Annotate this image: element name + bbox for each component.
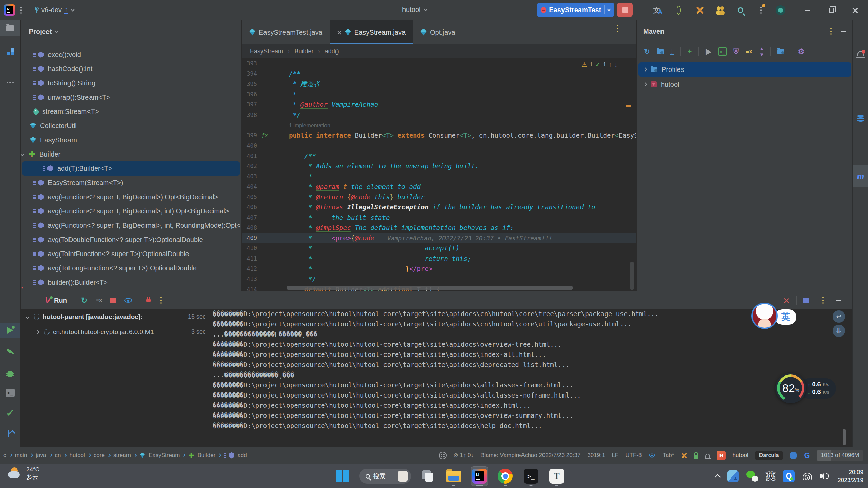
ime-language-pill[interactable]: 英 [775, 309, 796, 325]
project-selector[interactable]: hutool [402, 6, 427, 14]
ime-avatar-overlay[interactable] [751, 303, 778, 329]
status-breadcrumb-item[interactable]: Builder [183, 452, 215, 459]
project-tree-item[interactable]: EasyStream(Stream<T>) [21, 176, 241, 190]
minimize-button[interactable] [802, 5, 813, 16]
error-stripe-mark[interactable] [626, 105, 631, 107]
task-view-button[interactable] [419, 465, 437, 487]
next-issue-icon[interactable]: ↓ [614, 61, 617, 68]
breadcrumb-item[interactable]: Builder [294, 48, 313, 55]
status-breadcrumb-item[interactable]: stream [108, 452, 131, 459]
project-panel-header[interactable]: Project [21, 20, 241, 43]
chrome-taskbar-button[interactable] [496, 465, 514, 487]
status-breadcrumb-item[interactable]: main [9, 452, 27, 459]
ime-indicator[interactable]: 英 [766, 470, 775, 482]
chevron-down-icon[interactable] [25, 315, 29, 319]
git-branch-widget[interactable]: v6-dev ↑ [34, 6, 74, 14]
run-tool-button[interactable] [0, 323, 20, 338]
code-editor[interactable]: 393394/**395 * 建造者396 *397 * @author Vam… [242, 58, 636, 291]
toggle-skip-tests-icon[interactable]: ⛨ [734, 47, 739, 56]
status-breadcrumb-item[interactable]: java [30, 452, 46, 459]
hide-run-panel-button[interactable] [836, 291, 841, 309]
status-breadcrumb-item[interactable]: hutool [64, 452, 85, 459]
users-icon[interactable] [714, 5, 726, 16]
volume-icon[interactable] [820, 472, 830, 480]
maven-tree-item[interactable]: hutool [638, 77, 851, 92]
caret-position[interactable]: 3019:1 [587, 452, 605, 459]
maven-terminal-icon[interactable]: >_ [718, 47, 727, 56]
project-tree-item[interactable]: add(T):Builder<T> [22, 161, 240, 176]
close-run-panel-button[interactable] [784, 291, 789, 309]
status-breadcrumb-item[interactable]: EasyStream [134, 452, 180, 459]
breadcrumb-item[interactable]: EasyStream [250, 48, 283, 55]
project-tree-item[interactable]: builder():Builder<T> [21, 275, 241, 289]
scroll-to-end-button[interactable]: ⇊ [833, 325, 845, 337]
weather-widget[interactable]: 24°C 多云 [7, 466, 39, 481]
stop-button[interactable] [617, 3, 633, 17]
git-tool-button[interactable] [0, 426, 20, 441]
project-tree-item[interactable]: hashCode():int [21, 62, 241, 76]
inspection-widget[interactable]: ⚠ 1 ✓ 1 ↑ ↓ [581, 61, 617, 68]
search-icon[interactable] [735, 5, 746, 16]
more-menu-icon[interactable] [755, 5, 767, 16]
main-menu-icon[interactable] [20, 9, 22, 11]
close-button[interactable] [849, 5, 861, 16]
project-tree-item[interactable]: avg(ToDoubleFunction<? super T>):Optiona… [21, 232, 241, 247]
project-tree-item[interactable]: Builder [21, 147, 241, 161]
tools-icon[interactable] [694, 5, 706, 16]
wifi-icon[interactable] [802, 472, 812, 480]
start-button[interactable] [334, 465, 351, 487]
implementation-inlay-hint[interactable]: 1 implementation [289, 123, 330, 128]
terminal-tool-button[interactable]: >_ [0, 385, 20, 401]
reader-mode-icon[interactable] [649, 453, 655, 457]
more-tools-button[interactable] [0, 75, 20, 90]
memory-indicator[interactable]: 1013 of 4096M [817, 450, 863, 461]
project-tree-item[interactable]: unwrap():Stream<T> [21, 90, 241, 104]
photos-tray-icon[interactable] [727, 470, 739, 482]
commit-checks-button[interactable]: ✓ [0, 405, 20, 421]
qq-tray-icon[interactable]: Q [783, 470, 795, 482]
app-logo-icon[interactable]: IJ [4, 4, 15, 16]
restore-button[interactable] [826, 5, 837, 16]
reload-all-icon[interactable] [657, 49, 664, 54]
translate-icon[interactable]: 文A [652, 5, 664, 16]
tray-expand-icon[interactable] [715, 474, 721, 480]
chevron-right-icon[interactable] [643, 67, 647, 71]
reload-maven-icon[interactable]: ↻ [644, 47, 650, 56]
download-sources-icon[interactable]: ↓ [670, 48, 674, 55]
file-encoding[interactable]: UTF-8 [625, 452, 642, 459]
file-explorer-button[interactable] [445, 465, 462, 487]
run-configuration-button[interactable]: EasyStreamTest [537, 3, 614, 17]
project-tree-item[interactable]: CollectorUtil [21, 119, 241, 133]
run-tree-item[interactable]: hutool-parent [javadoc:javadoc]:16 sec [21, 309, 211, 324]
editor-tab[interactable]: EasyStream.java [330, 20, 413, 44]
project-tree-item[interactable]: avg(Function<? super T, BigDecimal>, int… [21, 204, 241, 218]
project-tree-item[interactable]: avg(ToIntFunction<? super T>):OptionalDo… [21, 247, 241, 261]
lock-icon[interactable] [694, 455, 698, 459]
project-tree-item[interactable]: toString():String [21, 76, 241, 90]
maven-tool-button[interactable]: m [853, 165, 868, 187]
editor-vertical-scrollbar[interactable] [630, 262, 634, 290]
project-tree-item[interactable]: avg(Function<? super T, BigDecimal>, int… [21, 218, 241, 232]
notifications-button[interactable] [853, 44, 868, 63]
skip-tests-button[interactable]: ≡x [96, 291, 102, 309]
code-with-me-icon[interactable] [439, 452, 447, 459]
project-tree-item[interactable]: stream:Stream<T> [21, 104, 241, 119]
intellij-taskbar-button[interactable]: IJ [471, 465, 488, 487]
prev-issue-icon[interactable]: ↑ [609, 61, 612, 68]
status-breadcrumb-item[interactable]: add [218, 452, 247, 459]
editor-tab[interactable]: Opt.java [413, 20, 462, 44]
build-tool-button[interactable] [0, 345, 20, 361]
terminal-taskbar-button[interactable]: >_ [522, 465, 540, 487]
soft-wrap-button[interactable]: ↩ [833, 310, 845, 323]
project-tree-item[interactable]: avg(Function<? super T, BigDecimal>):Opt… [21, 190, 241, 204]
add-maven-project-icon[interactable]: + [688, 47, 692, 56]
execute-goal-icon[interactable]: ≡x [746, 48, 752, 55]
run-more-options[interactable] [160, 291, 162, 309]
attach-debugger-button[interactable] [146, 291, 151, 309]
collapse-all-icon[interactable]: ▲▼ [759, 46, 764, 57]
project-tree-item[interactable]: exec():void [21, 47, 241, 62]
status-breadcrumb-item[interactable]: core [88, 452, 105, 459]
indent-style[interactable]: Tab* [663, 452, 674, 459]
layout-settings-button[interactable] [803, 291, 809, 309]
status-breadcrumb-item[interactable]: c [3, 452, 6, 459]
